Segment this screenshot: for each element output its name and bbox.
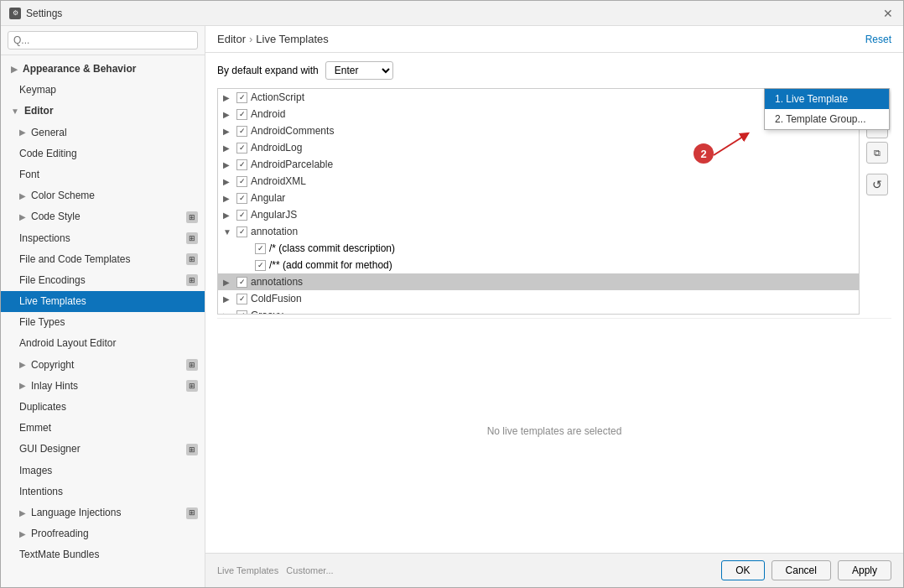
group-groovy[interactable]: ▶ Groovy (218, 307, 859, 315)
sidebar-item-keymap[interactable]: Keymap (1, 80, 205, 101)
sidebar-label: Duplicates (19, 399, 66, 415)
sidebar-label: Language Injections (31, 505, 121, 521)
group-checkbox[interactable] (236, 126, 247, 137)
group-label: AndroidLog (251, 142, 302, 154)
sidebar-item-intentions[interactable]: Intentions (1, 481, 205, 502)
badge-icon: ⊞ (186, 359, 198, 371)
options-row: By default expand with Enter Tab Space (217, 61, 891, 80)
group-coldfusion[interactable]: ▶ ColdFusion (218, 290, 859, 307)
add-dropdown: 1. Live Template 2. Template Group... (764, 88, 890, 130)
sidebar-item-duplicates[interactable]: Duplicates (1, 397, 205, 418)
template-item-add-commit[interactable]: /** (add commit for method) (218, 257, 859, 273)
ok-button[interactable]: OK (721, 560, 764, 580)
group-label: Groovy (251, 310, 283, 315)
expand-arrow-icon: ▶ (223, 127, 233, 136)
sidebar-item-gui-designer[interactable]: GUI Designer ⊞ (1, 439, 205, 460)
content-header: Editor › Live Templates Reset (205, 26, 903, 53)
group-checkbox[interactable] (236, 277, 247, 288)
sidebar-item-appearance[interactable]: ▶ Appearance & Behavior (1, 59, 205, 80)
apply-button[interactable]: Apply (838, 560, 891, 580)
sidebar-item-general[interactable]: ▶ General (1, 122, 205, 143)
group-androidcomments[interactable]: ▶ AndroidComments (218, 122, 859, 139)
group-checkbox[interactable] (236, 159, 247, 170)
arrow-icon: ▼ (11, 105, 19, 118)
badge-icon: ⊞ (186, 274, 198, 286)
no-selection-text: No live templates are selected (217, 318, 891, 545)
sidebar-item-file-encodings[interactable]: File Encodings ⊞ (1, 270, 205, 291)
sidebar-item-proofreading[interactable]: ▶ Proofreading (1, 523, 205, 544)
expand-arrow-icon: ▶ (223, 294, 233, 304)
group-androidlog[interactable]: ▶ AndroidLog (218, 139, 859, 156)
sidebar-label: Intentions (19, 484, 63, 500)
sidebar-item-textmate[interactable]: TextMate Bundles (1, 544, 205, 565)
sidebar-label: Proofreading (31, 526, 89, 542)
sidebar-item-language-injections[interactable]: ▶ Language Injections ⊞ (1, 502, 205, 523)
arrow-icon: ▶ (19, 507, 26, 520)
sidebar-label: Inspections (19, 231, 70, 247)
sidebar-label: File Encodings (19, 273, 86, 289)
sidebar-item-live-templates[interactable]: Live Templates (1, 291, 205, 312)
group-checkbox[interactable] (236, 210, 247, 221)
badge-icon: ⊞ (186, 380, 198, 392)
expand-arrow-icon: ▶ (223, 110, 233, 119)
dropdown-item-template-group[interactable]: 2. Template Group... (765, 109, 889, 129)
title-bar: ⚙ Settings ✕ (1, 1, 903, 26)
group-checkbox[interactable] (236, 310, 247, 315)
arrow-icon: ▶ (19, 528, 26, 541)
sidebar-label: File Types (19, 315, 65, 330)
sidebar-item-code-editing[interactable]: Code Editing (1, 143, 205, 164)
undo-button[interactable]: ↺ (866, 174, 888, 195)
arrow-icon: ▶ (19, 358, 26, 372)
template-item-class-commit[interactable]: /* (class commit description) (218, 240, 859, 257)
sidebar-label: General (31, 125, 67, 141)
sidebar-label: Emmet (19, 420, 51, 436)
expand-arrow-icon: ▶ (223, 160, 233, 169)
group-label: annotation (251, 226, 298, 237)
group-checkbox[interactable] (236, 193, 247, 204)
sidebar-item-inlay-hints[interactable]: ▶ Inlay Hints ⊞ (1, 376, 205, 397)
sidebar-item-font[interactable]: Font (1, 164, 205, 185)
group-angularjs[interactable]: ▶ AngularJS (218, 206, 859, 223)
sidebar-item-android-layout[interactable]: Android Layout Editor (1, 333, 205, 354)
group-angular[interactable]: ▶ Angular (218, 190, 859, 206)
item-checkbox[interactable] (255, 260, 266, 271)
group-androidparcelable[interactable]: ▶ AndroidParcelable (218, 156, 859, 173)
badge-icon: ⊞ (186, 211, 198, 223)
group-checkbox[interactable] (236, 226, 247, 237)
sidebar-item-images[interactable]: Images (1, 461, 205, 481)
sidebar-label: Code Editing (19, 146, 77, 162)
sidebar-item-file-types[interactable]: File Types (1, 312, 205, 333)
group-checkbox[interactable] (236, 92, 247, 103)
copy-button[interactable]: ⧉ (866, 142, 888, 164)
sidebar-item-emmet[interactable]: Emmet (1, 418, 205, 439)
item-checkbox[interactable] (255, 243, 266, 254)
group-annotations[interactable]: ▶ annotations (218, 273, 859, 290)
sidebar-item-file-code-templates[interactable]: File and Code Templates ⊞ (1, 249, 205, 270)
sidebar-item-editor[interactable]: ▼ Editor (1, 101, 205, 122)
sidebar-label: Code Style (31, 209, 81, 225)
sidebar-item-color-scheme[interactable]: ▶ Color Scheme (1, 185, 205, 206)
group-checkbox[interactable] (236, 143, 247, 154)
reset-button[interactable]: Reset (865, 34, 891, 45)
group-annotation[interactable]: ▼ annotation (218, 223, 859, 240)
expand-arrow-icon: ▶ (223, 177, 233, 186)
group-androidxml[interactable]: ▶ AndroidXML (218, 173, 859, 190)
expand-arrow-icon: ▶ (223, 194, 233, 203)
group-android[interactable]: ▶ Android (218, 106, 859, 122)
sidebar-item-copyright[interactable]: ▶ Copyright ⊞ (1, 355, 205, 376)
group-label: Angular (251, 192, 285, 204)
cancel-button[interactable]: Cancel (772, 560, 831, 580)
sidebar-item-code-style[interactable]: ▶ Code Style ⊞ (1, 206, 205, 227)
group-checkbox[interactable] (236, 109, 247, 120)
content-area: Editor › Live Templates Reset By default… (205, 26, 903, 587)
close-button[interactable]: ✕ (881, 7, 895, 20)
dropdown-item-live-template[interactable]: 1. Live Template (765, 89, 889, 109)
group-checkbox[interactable] (236, 176, 247, 187)
expand-select[interactable]: Enter Tab Space (325, 61, 393, 80)
search-input[interactable] (8, 31, 198, 49)
group-checkbox[interactable] (236, 294, 247, 304)
sidebar-item-inspections[interactable]: Inspections ⊞ (1, 228, 205, 249)
templates-panel: ▶ ActionScript ▶ Android ▶ Androi (217, 88, 891, 315)
search-bar (1, 26, 205, 55)
group-actionscript[interactable]: ▶ ActionScript (218, 89, 859, 106)
